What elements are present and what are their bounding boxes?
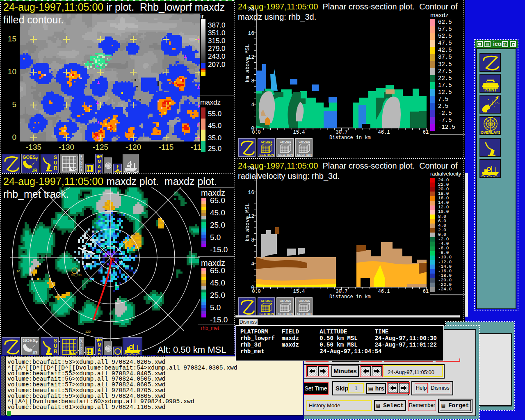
svg-text:M: M bbox=[98, 159, 101, 164]
svg-text:A: A bbox=[98, 164, 101, 169]
svg-text:CROSS: CROSS bbox=[280, 299, 292, 303]
svg-text:O: O bbox=[80, 341, 83, 344]
svg-text:SECTION: SECTION bbox=[278, 153, 293, 157]
svg-text:M: M bbox=[98, 342, 101, 347]
svg-text:SECTION: SECTION bbox=[259, 153, 274, 157]
svg-text:S: S bbox=[80, 352, 82, 354]
svg-text:A: A bbox=[98, 347, 101, 352]
svg-text:PRINT: PRINT bbox=[484, 88, 497, 92]
svg-text:S: S bbox=[54, 155, 57, 160]
svg-text:CROSS: CROSS bbox=[261, 140, 273, 144]
svg-text:P: P bbox=[98, 169, 100, 173]
svg-text:OVERLAYS: OVERLAYS bbox=[481, 130, 501, 135]
svg-text:GOES: GOES bbox=[23, 338, 36, 343]
svg-text:rhb_met: rhb_met bbox=[71, 273, 82, 276]
svg-text:CROSS: CROSS bbox=[261, 299, 273, 303]
svg-text:S: S bbox=[54, 338, 57, 344]
svg-text:N: N bbox=[80, 163, 82, 166]
svg-text:10: 10 bbox=[16, 269, 20, 273]
svg-text:S: S bbox=[80, 168, 82, 171]
svg-text:CROSS: CROSS bbox=[299, 140, 310, 144]
svg-text:R: R bbox=[54, 349, 57, 354]
svg-text:SECTION: SECTION bbox=[297, 153, 312, 157]
svg-text:U: U bbox=[54, 343, 57, 349]
svg-text:-125: -125 bbox=[84, 330, 91, 333]
svg-text:CROSS: CROSS bbox=[280, 140, 292, 144]
svg-text:R: R bbox=[54, 165, 57, 171]
svg-text:O: O bbox=[80, 158, 83, 160]
svg-text:.IR: .IR bbox=[32, 168, 38, 173]
svg-text:.IR: .IR bbox=[32, 351, 38, 355]
svg-text:U: U bbox=[54, 160, 57, 166]
svg-text:N: N bbox=[80, 346, 82, 349]
svg-text:GOES: GOES bbox=[23, 155, 36, 160]
svg-text:CROSS: CROSS bbox=[299, 299, 310, 303]
